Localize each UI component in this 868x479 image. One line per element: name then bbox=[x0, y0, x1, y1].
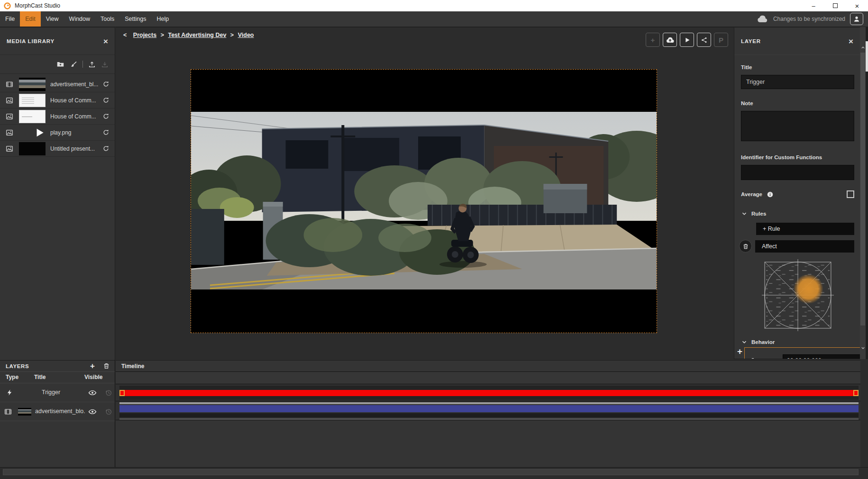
user-icon bbox=[853, 15, 860, 23]
info-icon[interactable] bbox=[767, 191, 774, 198]
trigger-bar-start-handle[interactable] bbox=[119, 390, 125, 396]
new-folder-icon[interactable] bbox=[56, 60, 64, 68]
enable-label: Enable bbox=[760, 358, 778, 359]
trigger-bar-end-handle[interactable] bbox=[853, 390, 859, 396]
media-list: advertisement_bl... House of Comm... Hou… bbox=[0, 76, 115, 157]
share-button[interactable] bbox=[697, 33, 711, 47]
scroll-down-icon[interactable] bbox=[860, 345, 866, 351]
advertisement-bar[interactable] bbox=[119, 405, 859, 412]
image-icon bbox=[6, 145, 13, 153]
note-field-textarea[interactable] bbox=[741, 111, 854, 141]
layer-panel-title: LAYER bbox=[741, 38, 761, 44]
breadcrumb-page[interactable]: Video bbox=[238, 32, 254, 38]
timeline-ruler[interactable] bbox=[116, 372, 860, 384]
close-button[interactable]: × bbox=[846, 0, 868, 11]
preview-button[interactable]: P bbox=[714, 33, 728, 47]
average-label: Average bbox=[741, 191, 762, 197]
brush-icon[interactable] bbox=[70, 61, 77, 68]
enable-time-input[interactable] bbox=[783, 354, 860, 359]
media-item-untitled[interactable]: Untitled present... bbox=[0, 141, 115, 157]
menu-file[interactable]: File bbox=[0, 11, 20, 27]
video-frame bbox=[191, 112, 657, 289]
media-item-advertisement[interactable]: advertisement_bl... bbox=[0, 76, 115, 92]
behavior-section-header[interactable]: Behavior bbox=[741, 339, 854, 345]
refresh-icon[interactable] bbox=[102, 145, 110, 152]
maximize-icon bbox=[833, 3, 838, 8]
layer-panel-close-icon[interactable]: × bbox=[849, 37, 853, 45]
add-layer-button[interactable]: + bbox=[88, 362, 97, 371]
app-window: MorphCast Studio – × File Edit View Wind… bbox=[0, 0, 868, 479]
refresh-icon[interactable] bbox=[102, 97, 110, 104]
refresh-icon[interactable] bbox=[102, 113, 110, 120]
menu-edit[interactable]: Edit bbox=[20, 11, 41, 27]
horizontal-scrollbar-thumb[interactable] bbox=[3, 469, 859, 475]
menu-help[interactable]: Help bbox=[151, 11, 174, 27]
rules-section-label: Rules bbox=[751, 211, 766, 217]
menu-settings[interactable]: Settings bbox=[119, 11, 151, 27]
refresh-icon[interactable] bbox=[102, 129, 110, 136]
layer-row-trigger[interactable]: Trigger bbox=[0, 383, 115, 402]
title-field-input[interactable] bbox=[741, 75, 854, 89]
layer-row-advertisement[interactable]: advertisement_blo... bbox=[0, 402, 115, 421]
add-button[interactable]: + bbox=[646, 33, 660, 47]
maximize-button[interactable] bbox=[824, 0, 846, 11]
eye-icon[interactable] bbox=[88, 389, 97, 397]
download-icon[interactable] bbox=[101, 61, 109, 68]
scroll-up-icon[interactable] bbox=[860, 45, 866, 50]
media-item-house-2[interactable]: House of Comm... bbox=[0, 108, 115, 125]
upload-icon[interactable] bbox=[88, 61, 96, 68]
menu-view[interactable]: View bbox=[41, 11, 64, 27]
eye-icon[interactable] bbox=[88, 407, 97, 416]
window-scrollbar bbox=[866, 27, 868, 359]
media-item-play[interactable]: play.png bbox=[0, 125, 115, 141]
media-thumbnail bbox=[19, 78, 46, 91]
user-account-button[interactable] bbox=[850, 13, 863, 25]
window-scrollbar-thumb[interactable] bbox=[866, 41, 868, 72]
behavior-section-label: Behavior bbox=[751, 339, 775, 345]
sync-status-text: Changes to be synchronized bbox=[773, 16, 845, 22]
panel-scrollbar-thumb[interactable] bbox=[860, 53, 865, 325]
identifier-field-input[interactable] bbox=[741, 165, 854, 180]
media-item-house-1[interactable]: House of Comm... bbox=[0, 92, 115, 108]
add-rule-button[interactable]: + Rule bbox=[756, 223, 854, 235]
breadcrumb-back[interactable]: < bbox=[123, 32, 127, 38]
media-library-close-icon[interactable]: × bbox=[103, 37, 108, 45]
trash-icon bbox=[742, 243, 749, 250]
video-stage[interactable] bbox=[191, 69, 657, 333]
delete-rule-button[interactable] bbox=[739, 240, 752, 253]
chevron-down-icon bbox=[741, 210, 748, 217]
media-library-title: MEDIA LIBRARY bbox=[7, 38, 55, 44]
refresh-icon[interactable] bbox=[102, 81, 110, 88]
media-thumbnail bbox=[19, 142, 46, 155]
trash-icon[interactable] bbox=[749, 357, 756, 359]
layers-columns-header: Type Title Visible bbox=[0, 372, 115, 383]
rules-section-header[interactable]: Rules bbox=[741, 210, 854, 217]
image-icon bbox=[6, 97, 13, 104]
media-item-label: play.png bbox=[50, 129, 102, 136]
image-icon bbox=[6, 129, 13, 136]
cloud-upload-button[interactable] bbox=[663, 33, 677, 47]
history-icon[interactable] bbox=[105, 389, 112, 397]
column-title: Title bbox=[34, 374, 46, 380]
layers-panel: LAYERS + Type Title Visible Trigger adve… bbox=[0, 360, 115, 467]
delete-layer-icon[interactable] bbox=[103, 362, 110, 370]
trigger-bar[interactable] bbox=[119, 390, 859, 396]
menu-tools[interactable]: Tools bbox=[95, 11, 119, 27]
history-icon[interactable] bbox=[105, 408, 112, 416]
track-strip bbox=[119, 402, 859, 404]
image-icon bbox=[6, 113, 13, 120]
layers-panel-title: LAYERS bbox=[6, 363, 29, 369]
media-thumbnail bbox=[19, 126, 46, 139]
play-button[interactable] bbox=[680, 33, 694, 47]
minimize-button[interactable]: – bbox=[803, 0, 824, 11]
add-behavior-button[interactable]: + bbox=[737, 347, 742, 356]
track-strip bbox=[119, 386, 859, 390]
affect-circumplex-diagram[interactable] bbox=[762, 259, 834, 331]
breadcrumb-projects[interactable]: Projects bbox=[133, 32, 156, 38]
affect-rule-button[interactable]: Affect bbox=[755, 240, 854, 253]
average-checkbox[interactable] bbox=[847, 190, 854, 198]
menu-window[interactable]: Window bbox=[64, 11, 95, 27]
breadcrumb-project-name[interactable]: Test Advertising Dev bbox=[168, 32, 226, 38]
panel-scrollbar bbox=[860, 27, 866, 359]
timeline-track-advertisement bbox=[116, 401, 860, 420]
